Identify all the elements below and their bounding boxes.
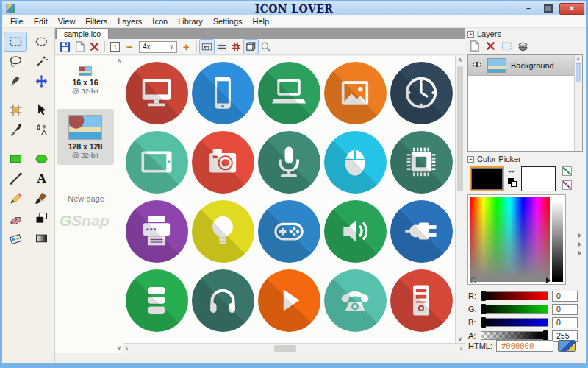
tool-pen[interactable] [4,72,26,91]
foreground-color-swatch[interactable] [470,166,504,191]
add-layer-icon[interactable] [467,39,481,53]
menu-filters[interactable]: Filters [80,15,112,27]
tool-eraser[interactable] [4,209,26,227]
tool-color-replace[interactable] [30,121,52,139]
scroll-right-icon[interactable] [460,344,462,352]
default-colors-icon[interactable] [508,178,517,187]
slider-handle-g[interactable] [481,304,486,314]
actual-size-button[interactable]: 1 [108,40,122,54]
close-button[interactable] [559,3,584,15]
menu-layers[interactable]: Layers [112,15,147,27]
zoom-out-button[interactable]: − [123,40,137,54]
html-color-input[interactable]: #000000 [496,340,553,352]
guides-icon[interactable] [229,40,243,54]
delete-icon[interactable] [87,40,101,54]
tool-text[interactable]: A [30,169,52,188]
scroll-up-icon[interactable] [576,56,580,62]
brightness-strip[interactable] [552,197,563,282]
menu-view[interactable]: View [53,15,81,27]
merge-layers-icon[interactable] [516,39,530,53]
menu-library[interactable]: Library [173,15,208,27]
slider-value-b[interactable]: 0 [552,317,578,328]
menu-icon[interactable]: Icon [147,15,173,27]
tool-eyedropper[interactable] [4,121,26,139]
swap-colors-icon[interactable] [507,165,516,175]
save-icon[interactable] [58,40,72,54]
maximize-button[interactable] [539,4,557,14]
slider-value-g[interactable]: 0 [552,304,578,315]
layer-select-icon[interactable] [500,39,514,53]
tool-stamp[interactable] [4,229,26,247]
tool-pencil[interactable] [4,189,26,208]
slider-track-g[interactable] [481,305,548,314]
vscroll-thumb[interactable] [457,66,463,191]
hscroll-thumb[interactable] [274,345,296,352]
preview-3d-icon[interactable] [244,40,258,54]
tool-lasso[interactable] [4,52,26,71]
color-dialog-button[interactable] [558,340,576,352]
new-page-link[interactable]: New page [55,194,117,203]
menu-file[interactable]: File [5,15,29,27]
pages-scroll-up[interactable] [117,57,121,64]
zoom-level-select[interactable]: 4x∨ [139,41,177,53]
tool-shape-copy[interactable] [30,209,52,227]
page-item-128x128[interactable]: 128 x 128@ 32-bit [57,109,114,165]
fit-window-icon[interactable] [200,40,214,54]
transparent-color-icon[interactable] [562,180,572,190]
background-color-swatch[interactable] [521,166,556,191]
scroll-left-icon[interactable] [126,344,128,352]
layer-row-background[interactable]: Background [468,55,574,76]
canvas-vscrollbar[interactable] [455,56,465,343]
canvas-icon-headphones [192,269,254,332]
tool-magic-wand[interactable] [30,52,52,71]
tool-pointer[interactable] [30,101,52,119]
tool-move[interactable] [30,72,52,91]
pages-panel: New page GSnap 16 x 16@ 32-bit128 x 128@… [55,56,123,353]
eye-icon[interactable] [471,59,483,72]
expand-icon[interactable] [467,31,474,38]
magnifier-icon[interactable] [259,40,273,54]
slider-handle-a[interactable] [543,330,548,341]
scroll-up-icon[interactable] [458,57,462,63]
menu-help[interactable]: Help [248,15,275,27]
tab-sample-ico[interactable]: sample.ico [56,28,109,39]
pages-scroll-down[interactable] [117,344,121,351]
expand-icon[interactable] [467,156,474,163]
canvas-hscrollbar[interactable] [123,343,465,353]
page-item-16x16[interactable]: 16 x 16@ 32-bit [57,66,114,95]
zoom-in-button[interactable]: + [179,40,193,54]
picker-mode-markers[interactable] [578,233,581,256]
tool-brush[interactable] [30,189,52,208]
tool-rectangle-select[interactable] [4,32,26,51]
minimize-button[interactable] [520,4,537,14]
grid-icon[interactable] [215,40,229,54]
canvas-icon-play [258,269,320,332]
canvas-icon-camera [192,131,254,194]
hue-saturation-field[interactable] [470,197,550,282]
slider-value-r[interactable]: 0 [552,291,578,302]
slider-handle-b[interactable] [481,317,486,328]
scroll-down-icon[interactable] [458,336,462,342]
tool-ellipse-shape[interactable] [30,149,52,168]
tool-crop[interactable] [4,101,26,119]
new-page-icon[interactable] [73,40,87,54]
slider-track-b[interactable] [481,318,548,327]
page-depth-label: @ 32-bit [57,151,114,159]
slider-handle-r[interactable] [481,291,486,301]
slider-track-r[interactable] [481,291,548,300]
slider-track-a[interactable] [481,331,548,340]
layers-scrollbar[interactable] [574,55,582,151]
title-bar: ICON LOVER [2,1,586,15]
toolbar-separator [104,41,105,52]
layers-scroll-thumb[interactable] [576,63,581,82]
icon-canvas[interactable] [123,56,455,343]
delete-layer-icon[interactable] [484,39,498,53]
menu-settings[interactable]: Settings [208,15,248,27]
menu-edit[interactable]: Edit [29,15,53,27]
tool-ellipse-select[interactable] [30,32,52,51]
matte-color-icon[interactable] [562,166,572,176]
tool-gradient[interactable] [30,229,52,247]
canvas-area[interactable] [123,56,465,353]
tool-line[interactable] [4,169,26,188]
tool-rectangle-shape[interactable] [4,149,26,168]
